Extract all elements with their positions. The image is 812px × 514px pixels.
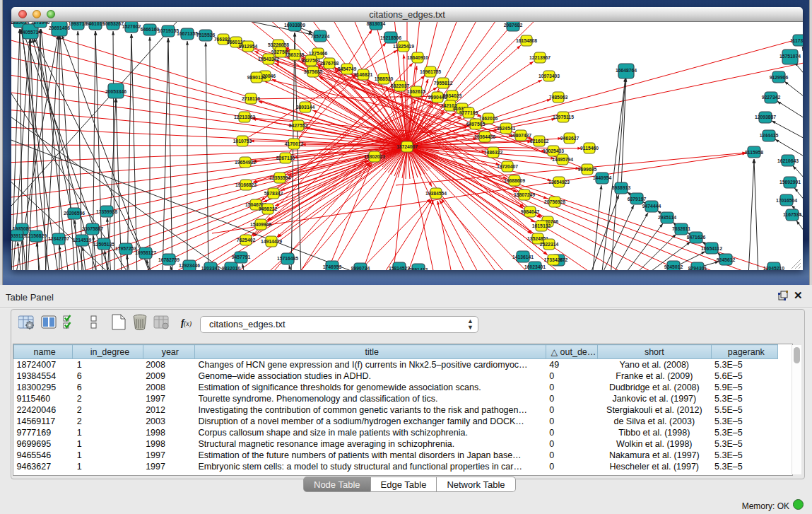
- svg-text:13654923: 13654923: [548, 180, 570, 185]
- svg-text:17957253: 17957253: [115, 246, 136, 251]
- svg-text:9498222: 9498222: [259, 206, 278, 211]
- svg-text:20206556: 20206556: [64, 211, 85, 216]
- svg-text:2876768: 2876768: [320, 61, 339, 66]
- svg-text:8471626: 8471626: [687, 235, 706, 240]
- svg-text:9890123: 9890123: [247, 75, 266, 80]
- svg-text:10653267: 10653267: [102, 22, 124, 26]
- svg-text:5878342: 5878342: [264, 191, 283, 196]
- svg-text:20691406: 20691406: [49, 25, 70, 30]
- svg-text:9146821: 9146821: [354, 72, 373, 77]
- svg-text:12045210: 12045210: [763, 266, 784, 270]
- svg-text:9832010: 9832010: [222, 266, 241, 270]
- svg-text:12975115: 12975115: [553, 115, 574, 119]
- svg-text:2935114: 2935114: [658, 215, 676, 220]
- svg-text:17359938: 17359938: [96, 209, 117, 214]
- svg-text:2803144: 2803144: [296, 105, 315, 110]
- svg-text:9474444: 9474444: [642, 204, 661, 209]
- svg-text:1214519: 1214519: [73, 238, 92, 243]
- svg-text:20364436: 20364436: [474, 134, 495, 139]
- svg-text:8813014: 8813014: [367, 22, 386, 26]
- svg-text:6379197: 6379197: [628, 197, 647, 201]
- svg-text:10688609: 10688609: [504, 178, 525, 183]
- svg-text:8427552: 8427552: [289, 123, 308, 128]
- svg-text:10719155: 10719155: [158, 28, 179, 33]
- svg-text:15409948: 15409948: [250, 222, 271, 227]
- svg-text:9129906: 9129906: [770, 75, 789, 80]
- svg-text:23075887: 23075887: [82, 226, 103, 231]
- svg-text:9463627: 9463627: [560, 136, 579, 141]
- svg-text:1362615: 1362615: [407, 89, 426, 94]
- svg-text:1863238: 1863238: [286, 52, 305, 57]
- svg-text:7486322: 7486322: [484, 150, 503, 155]
- svg-text:1615132: 1615132: [532, 223, 551, 228]
- svg-text:12156829: 12156829: [25, 233, 47, 238]
- svg-text:9457791: 9457791: [232, 255, 251, 259]
- svg-text:2087682: 2087682: [504, 23, 523, 28]
- svg-text:1244415: 1244415: [760, 133, 779, 138]
- svg-text:14136141: 14136141: [512, 255, 534, 259]
- svg-text:9084047: 9084047: [521, 209, 540, 214]
- svg-text:19166822: 19166822: [235, 182, 257, 187]
- svg-text:12213363: 12213363: [234, 115, 255, 119]
- svg-text:8454749: 8454749: [338, 66, 357, 71]
- svg-text:1588520: 1588520: [375, 76, 394, 81]
- svg-text:14055714: 14055714: [20, 30, 41, 35]
- svg-text:1203341: 1203341: [201, 266, 220, 270]
- svg-text:9777109: 9777109: [459, 110, 478, 115]
- svg-text:9327501: 9327501: [302, 58, 321, 63]
- svg-text:8990734: 8990734: [351, 266, 370, 270]
- svg-text:8938913: 8938913: [612, 185, 631, 190]
- svg-text:12093887: 12093887: [755, 115, 776, 119]
- svg-text:8794301: 8794301: [688, 266, 707, 270]
- svg-text:1273946: 1273946: [31, 22, 50, 25]
- svg-text:9245012: 9245012: [664, 264, 683, 269]
- svg-text:1010753: 1010753: [233, 139, 252, 144]
- svg-text:7462016: 7462016: [479, 116, 498, 121]
- svg-text:1939119: 1939119: [11, 233, 26, 238]
- svg-text:8267130: 8267130: [276, 156, 295, 160]
- svg-text:1527602: 1527602: [122, 24, 141, 29]
- svg-text:8115958: 8115958: [745, 150, 763, 155]
- svg-text:3875685: 3875685: [304, 69, 323, 74]
- svg-text:7515526: 7515526: [196, 33, 216, 37]
- svg-text:9227342: 9227342: [762, 95, 781, 100]
- svg-text:9115460: 9115460: [580, 146, 599, 151]
- svg-text:19654932: 19654932: [235, 160, 256, 165]
- svg-text:1733426: 1733426: [544, 257, 563, 262]
- svg-text:20053346: 20053346: [105, 89, 126, 94]
- svg-text:10543342: 10543342: [258, 57, 279, 62]
- svg-text:7485063: 7485063: [549, 95, 568, 100]
- svg-text:20756928: 20756928: [544, 199, 565, 204]
- svg-text:6466160: 6466160: [141, 27, 160, 32]
- svg-text:7955812: 7955812: [434, 81, 453, 86]
- svg-text:16648764: 16648764: [616, 68, 637, 73]
- svg-text:16154808: 16154808: [516, 38, 537, 43]
- svg-text:16782759: 16782759: [158, 257, 180, 262]
- svg-text:10654112: 10654112: [701, 246, 722, 251]
- svg-text:16033809: 16033809: [284, 23, 305, 28]
- svg-text:10025433: 10025433: [543, 148, 564, 153]
- svg-text:15692991: 15692991: [779, 180, 801, 185]
- svg-text:1746953: 1746953: [323, 264, 342, 269]
- svg-text:9699695: 9699695: [578, 167, 597, 172]
- svg-text:7625402: 7625402: [237, 238, 256, 243]
- svg-text:(x): (x): [184, 320, 192, 328]
- svg-text:15716485: 15716485: [277, 256, 298, 261]
- svg-text:17016504: 17016504: [776, 198, 797, 203]
- svg-text:7357274: 7357274: [311, 34, 330, 39]
- svg-text:14495794: 14495794: [552, 157, 573, 162]
- svg-text:19720407: 19720407: [497, 164, 518, 169]
- svg-text:7632611: 7632611: [672, 226, 690, 231]
- svg-text:3624541: 3624541: [497, 126, 516, 131]
- svg-text:10958127: 10958127: [135, 250, 156, 255]
- svg-text:8822037: 8822037: [391, 83, 410, 88]
- svg-text:2522314: 2522314: [540, 242, 559, 247]
- svg-text:12213967: 12213967: [529, 55, 551, 60]
- svg-text:6497505: 6497505: [466, 122, 486, 127]
- svg-text:5934023: 5934023: [443, 93, 462, 98]
- svg-text:7691412: 7691412: [409, 267, 428, 270]
- svg-text:12353594: 12353594: [269, 175, 290, 180]
- svg-text:8912954: 8912954: [239, 44, 258, 49]
- svg-text:19384554: 19384554: [425, 191, 447, 196]
- svg-text:14914479: 14914479: [261, 239, 282, 244]
